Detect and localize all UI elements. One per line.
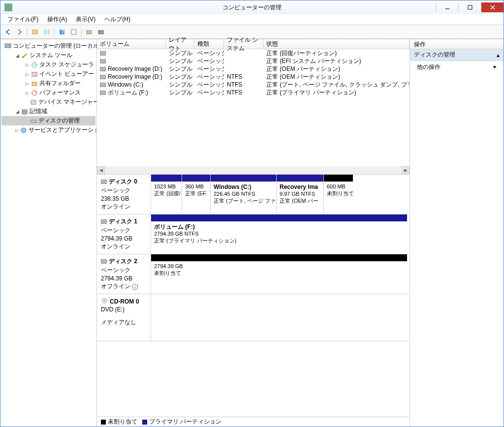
partition[interactable]: Windows (C:)226.45 GB NTFS正常 (ブート, ページ フ… [210, 175, 276, 213]
svg-rect-9 [71, 30, 76, 34]
tool-btn-3[interactable] [68, 27, 79, 37]
svg-point-22 [21, 128, 26, 133]
col-volume[interactable]: ボリューム [97, 39, 166, 49]
expand-icon[interactable]: ▷ [25, 72, 30, 76]
col-layout[interactable]: レイアウト [166, 39, 194, 49]
partition-info: Windows (C:)226.45 GB NTFS正常 (ブート, ページ フ… [211, 182, 276, 213]
disk-header[interactable]: CD-ROM 0 DVD (E:) メディアなし [97, 294, 151, 341]
disk-header[interactable]: ディスク 0 ベーシック 238.35 GB オンライン [97, 175, 151, 214]
volume-row[interactable]: ボリューム (F:) シンプル ベーシック NTFS 正常 (プライマリ パーテ… [97, 89, 410, 96]
maximize-button[interactable] [458, 2, 481, 12]
partition[interactable]: ボリューム (F:)2794.39 GB NTFS正常 (プライマリ パーティシ… [151, 214, 407, 253]
tree-device-manager[interactable]: デバイス マネージャー [1, 97, 95, 107]
svg-rect-5 [44, 30, 46, 34]
disk-status: オフライン i [101, 282, 147, 291]
col-fs[interactable]: ファイル システム [224, 39, 263, 49]
svg-rect-4 [32, 30, 37, 34]
close-button[interactable] [481, 2, 504, 12]
expand-icon[interactable]: ▷ [25, 91, 30, 95]
partition-strip [324, 175, 353, 182]
svg-rect-15 [32, 72, 37, 76]
tree-disk-management[interactable]: ディスクの管理 [1, 116, 95, 125]
expand-icon[interactable]: ▷ [25, 62, 30, 67]
perf-icon [31, 90, 38, 96]
cdrom-row: CD-ROM 0 DVD (E:) メディアなし [97, 294, 410, 341]
vol-type: ベーシック [194, 89, 224, 97]
collapse-icon[interactable]: ▴ [497, 52, 500, 59]
actions-header: 操作 [410, 39, 504, 49]
partition[interactable]: 360 MB正常 (EF. [182, 175, 210, 213]
col-status[interactable]: 状態 [263, 39, 410, 49]
titlebar: コンピューターの管理 [0, 0, 504, 14]
actions-title[interactable]: ディスクの管理▴ [410, 49, 504, 61]
tree-shared-folders[interactable]: ▷共有フォルダー [1, 79, 95, 88]
partition-strip [182, 175, 210, 182]
tree-storage[interactable]: ◢記憶域 [1, 107, 95, 116]
partition[interactable]: 2794.39 GB未割り当て [151, 254, 407, 293]
tool-btn-4[interactable] [84, 27, 94, 37]
tree-event-viewer[interactable]: ▷イベント ビューアー [1, 69, 95, 79]
tool-btn-5[interactable] [95, 27, 106, 37]
partition[interactable]: 1023 MB正常 (回復/ [151, 175, 182, 213]
scroll-track[interactable] [105, 166, 402, 174]
volume-row[interactable]: シンプル ベーシック 正常 (EFI システム パーティション) [97, 57, 410, 65]
menu-view[interactable]: 表示(V) [72, 14, 99, 25]
back-button[interactable] [2, 27, 13, 37]
clock-icon [31, 61, 38, 68]
minimize-button[interactable] [436, 2, 458, 12]
vol-layout: シンプル [166, 57, 194, 65]
menu-action[interactable]: 操作(A) [43, 14, 71, 25]
vol-fs: NTFS [224, 73, 263, 80]
tree-services-apps[interactable]: ▷サービスとアプリケーション [1, 125, 95, 135]
tree-performance[interactable]: ▷パフォーマンス [1, 88, 95, 97]
volume-header: ボリューム レイアウト 種類 ファイル システム 状態 [97, 39, 410, 49]
volume-row[interactable]: Recovery Image (D:) シンプル ベーシック 正常 (OEM パ… [97, 65, 410, 73]
separator [54, 28, 55, 36]
disk-mgmt-icon [30, 118, 37, 124]
tree-root[interactable]: コンピューターの管理 (ローカル) [1, 41, 95, 51]
disk-icon [101, 259, 107, 264]
vol-status: 正常 (OEM パーティション) [263, 73, 410, 81]
disk-header[interactable]: ディスク 2 ベーシック 2794.39 GB オフライン i [97, 254, 151, 294]
help-icon[interactable]: ? [57, 27, 67, 37]
collapse-icon[interactable]: ◢ [15, 53, 20, 58]
legend-unallocated: 未割り当て [101, 418, 137, 426]
hscrollbar[interactable]: ◀ ▶ [97, 166, 410, 174]
tool-btn-2[interactable] [41, 27, 52, 37]
info-icon[interactable]: i [132, 284, 138, 290]
svg-text:?: ? [61, 29, 64, 35]
volume-row[interactable]: Recovery Image (D:) シンプル ベーシック NTFS 正常 (… [97, 73, 410, 81]
col-type[interactable]: 種類 [194, 39, 224, 49]
menu-file[interactable]: ファイル(F) [3, 14, 42, 25]
actions-more[interactable]: 他の操作▸ [410, 61, 504, 73]
disk-size: 2794.39 GB [101, 275, 147, 282]
tool-btn-1[interactable] [30, 27, 40, 37]
partition[interactable]: 600 MB未割り当て [323, 175, 353, 213]
vol-layout: シンプル [166, 89, 194, 97]
volume-row[interactable]: Windows (C:) シンプル ベーシック NTFS 正常 (ブート, ペー… [97, 81, 410, 89]
vol-status: 正常 (EFI システム パーティション) [263, 57, 410, 65]
expand-icon[interactable]: ▷ [25, 81, 30, 86]
disk-type: ベーシック [101, 226, 147, 235]
event-icon [31, 71, 38, 78]
volume-list: ボリューム レイアウト 種類 ファイル システム 状態 シンプル ベーシック 正… [97, 39, 410, 175]
disk-header[interactable]: ディスク 1 ベーシック 2794.39 GB オンライン [97, 214, 151, 254]
svg-rect-10 [87, 30, 92, 34]
expand-icon[interactable]: ▷ [15, 128, 19, 132]
collapse-icon[interactable]: ◢ [15, 109, 20, 114]
disk-body: ボリューム (F:)2794.39 GB NTFS正常 (プライマリ パーティシ… [151, 214, 410, 254]
volume-row[interactable]: シンプル ベーシック 正常 (回復パーティション) [97, 49, 410, 57]
vol-type: ベーシック [194, 57, 224, 65]
tree-system-tools[interactable]: ◢システム ツール [1, 51, 95, 60]
scroll-left-icon[interactable]: ◀ [97, 166, 105, 174]
vol-type: ベーシック [194, 65, 224, 73]
partition[interactable]: Recovery Ima9.97 GB NTFS正常 (OEM パー [276, 175, 323, 213]
disk-name: ディスク 1 [109, 217, 137, 226]
tree-task-scheduler[interactable]: ▷タスク スケジューラ [1, 60, 95, 69]
forward-button[interactable] [14, 27, 25, 37]
separator [81, 28, 82, 36]
scroll-right-icon[interactable]: ▶ [402, 166, 410, 174]
disk-status: オンライン [101, 243, 147, 251]
menu-help[interactable]: ヘルプ(H) [100, 14, 134, 25]
partition-info: 360 MB正常 (EF. [182, 182, 210, 213]
